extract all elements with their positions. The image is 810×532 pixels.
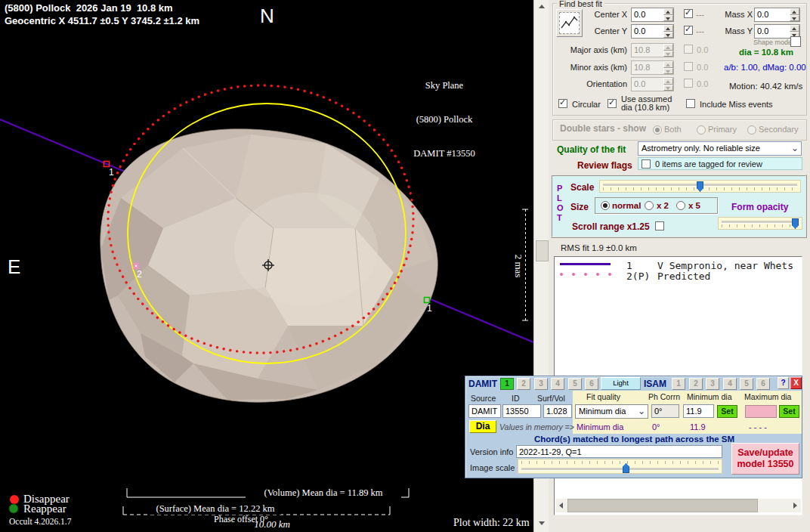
chord1-legend-line [560,263,611,265]
id-value-box[interactable]: 13550 [502,404,541,418]
center-x-spinner[interactable]: 0.0 [631,8,674,22]
ph-corrn-value-box[interactable]: 0° [651,404,679,418]
isam-title: ISAM [644,379,666,389]
min-dia-set-button[interactable]: Set [717,405,737,418]
isam-model-4-button[interactable]: 4 [723,378,737,390]
mass-x-value[interactable]: 0.0 [755,8,790,21]
center-y-label: Center Y [582,26,627,36]
east-label: E [8,255,20,279]
form-opacity-slider[interactable] [718,217,802,230]
scroll-right-icon[interactable] [793,503,797,509]
quality-dropdown[interactable]: Astrometry only. No reliable size ⌄ [638,141,802,156]
scroll-left-icon[interactable] [559,503,563,509]
damit-model-1-button[interactable]: 1 [500,378,514,390]
fit-quality-column-header: Fit quality [586,392,620,401]
light-curves-button[interactable]: Light curves [601,377,641,390]
isam-model-2-button[interactable]: 2 [689,378,703,390]
ab-readout: a/b: 1.00, dMag: 0.00 [724,63,806,72]
legend-row2-id: 2(P) [626,271,650,282]
double-both-label: Both [664,125,682,134]
include-miss-checkbox[interactable] [686,99,695,108]
damit-model-3-button[interactable]: 3 [534,378,548,390]
isam-model-5-button[interactable]: 5 [740,378,753,390]
use-assumed-checkbox[interactable] [608,99,617,108]
plot-title-line2: Geocentric X 4511.7 ±0.5 Y 3745.2 ±1.2 k… [5,15,199,26]
max-dia-value-box[interactable] [745,405,777,418]
minor-axis-spinner: 10.8 [631,60,674,75]
center-y-spinner[interactable]: 0.0 [631,24,674,39]
memory-fit-quality: Minimum dia [577,422,623,431]
mass-y-value[interactable]: 0.0 [755,25,790,38]
sky-plane-plot: (5800) Pollock 2026 Jan 19 10.8 km Geoce… [0,0,533,532]
major-axis-spin-arrows [663,44,673,57]
mass-x-spin-arrows[interactable] [790,8,799,21]
shape-model-label: Shape model [753,39,793,46]
fit-chart-button[interactable] [556,9,583,37]
review-flags-checkbox[interactable] [642,159,651,169]
sky-caption-line1: Sky Plane [384,80,505,91]
double-secondary-label: Secondary [759,125,799,134]
size-normal-radio[interactable] [601,201,610,210]
chevron-down-icon[interactable]: ⌄ [636,405,647,417]
use-assumed-line2: dia (10.8 km) [621,104,672,112]
help-button[interactable]: ? [778,377,789,389]
legend-row2-text: Predicted [657,271,710,282]
center-y-spin-arrows[interactable] [663,25,673,38]
version-info-input[interactable]: 2022-11-29, Q=1 [516,445,722,458]
fit-quality-dropdown[interactable]: Minimum dia ⌄ [575,404,648,419]
damit-model-6-button[interactable]: 6 [585,378,598,390]
scroll-range-checkbox[interactable] [655,221,664,230]
center-x-checkbox[interactable] [684,9,693,18]
close-button[interactable]: X [790,377,802,389]
reappear-legend-icon [9,504,18,513]
surfvol-value-box[interactable]: 1.028 [543,404,572,418]
shape-model-box[interactable] [790,36,801,47]
mass-x-spinner[interactable]: 0.0 [754,8,800,22]
chevron-down-icon[interactable]: ⌄ [790,142,800,154]
plot-letter-l: L [557,193,562,203]
dia-button[interactable]: Dia [469,420,496,433]
motion-readout: Motion: 40.42 km/s [729,82,802,91]
scrollbar-thumb[interactable] [536,240,549,261]
center-x-value[interactable]: 0.0 [632,8,663,21]
save-update-button[interactable]: Save/update model 13550 [731,443,799,475]
circular-checkbox[interactable] [558,99,567,108]
scroll-range-label: Scroll range x1.25 [572,221,650,232]
source-value-box[interactable]: DAMIT [468,404,501,418]
minor-axis-aux: 0.0 [697,63,708,72]
legend-scrollbar-thumb[interactable] [567,499,758,512]
damit-panel: DAMIT 1 2 3 4 5 6 Light curves ISAM 1 2 … [465,376,802,478]
max-dia-set-button[interactable]: Set [779,405,799,418]
minor-axis-checkbox [684,62,693,71]
center-y-value[interactable]: 0.0 [632,25,663,38]
fit-chart-icon [560,13,579,33]
scroll-down-icon[interactable] [539,521,545,525]
plot-width-label: Plot width: 22 km [453,517,530,529]
legend-horizontal-scrollbar[interactable] [555,499,801,512]
size-x5-radio[interactable] [676,201,685,210]
size-x2-radio[interactable] [645,201,654,210]
image-scale-slider[interactable] [518,459,722,474]
mas-scale-label: 2 mas [512,251,524,281]
damit-model-2-button[interactable]: 2 [517,378,530,390]
volume-mean-dia-label: (Volume) Mean dia = 11.89 km [246,487,401,499]
damit-model-5-button[interactable]: 5 [568,378,582,390]
isam-model-1-button[interactable]: 1 [672,378,685,390]
center-x-spin-arrows[interactable] [663,8,673,21]
scroll-up-icon[interactable] [539,5,545,8]
center-y-checkbox[interactable] [684,26,693,35]
size-group-label: Size [570,202,589,212]
surfvol-column-header: Surf/Vol [537,394,565,403]
ph-corrn-column-header: Ph Corrn [648,392,680,401]
damit-model-4-button[interactable]: 4 [551,378,564,390]
double-primary-label: Primary [708,125,737,134]
orientation-label: Orientation [565,79,627,88]
isam-model-3-button[interactable]: 3 [706,378,719,390]
isam-model-6-button[interactable]: 6 [756,378,770,390]
save-update-line2: model 13550 [732,459,799,470]
predicted-number: 2 [137,269,142,280]
min-dia-value-box[interactable]: 11.9 [683,404,714,418]
image-scale-slider-thumb[interactable] [623,463,629,473]
review-flags-text: 0 items are tagged for review [655,159,762,169]
scale-slider[interactable] [599,180,801,193]
